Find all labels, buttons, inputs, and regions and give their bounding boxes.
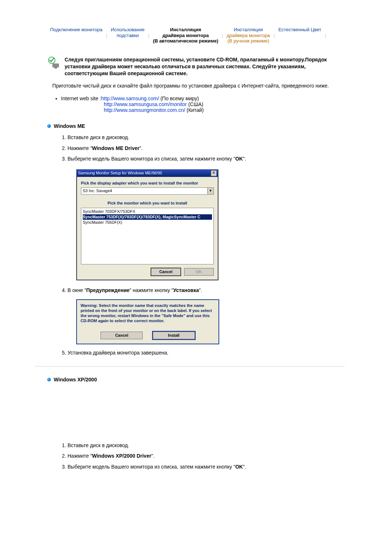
- dialog-titlebar: Samsung Monitor Setup for Windows ME/98/…: [77, 170, 218, 177]
- cancel-button[interactable]: Cancel: [101, 332, 143, 339]
- tab-man-l1: Инсталляция: [234, 27, 263, 32]
- links-block: Internet web site :http://www.samsung.co…: [54, 96, 345, 113]
- xp-step2-b: Windows XP/2000 Driver: [92, 453, 151, 459]
- me-step-3: Выберите модель Вашего монитора из списк…: [68, 155, 345, 280]
- me-step2-b: Windows ME Driver: [92, 145, 140, 151]
- list-item[interactable]: SyncMaster 703DFX/753DFX: [83, 209, 212, 214]
- section-me-title: Windows ME: [54, 123, 85, 129]
- link-usa-suffix: (США): [187, 101, 204, 107]
- tab-auto-l3: (В автоматическом режиме): [153, 38, 218, 44]
- tab-stand-line2: подставки: [117, 33, 139, 38]
- me-step4-e: ".: [199, 287, 202, 293]
- tab-install-auto[interactable]: Инсталляция драйвера монитора (В автомат…: [150, 25, 221, 46]
- me-step4-b: Предупреждение: [86, 287, 130, 293]
- link-china[interactable]: http://www.samsungmonitor.com.cn/: [104, 107, 185, 113]
- link-china-suffix: (Китай): [185, 107, 204, 113]
- me-step4-d: Установка: [173, 287, 199, 293]
- close-icon[interactable]: ×: [211, 170, 217, 176]
- tab-connect[interactable]: Подключение монитора: [47, 25, 105, 46]
- top-tabs: Подключение монитора | Использование под…: [47, 25, 345, 46]
- links-label: Internet web site :: [61, 96, 101, 101]
- me-step-1: Вставьте диск в дисковод.: [68, 134, 345, 141]
- xp-step3-a: Выберите модель Вашего монитора из списк…: [68, 464, 235, 470]
- section-divider: [35, 366, 345, 366]
- me-step-4: В окне "Предупреждение" нажмите кнопку "…: [68, 287, 345, 344]
- me-step-2: Нажмите "Windows ME Driver".: [68, 145, 345, 152]
- section-windows-xp: Windows XP/2000: [47, 377, 345, 382]
- link-world[interactable]: http://www.samsung.com/: [101, 96, 159, 101]
- list-item[interactable]: SyncMaster 755DF(X): [83, 220, 212, 225]
- me-step4-a: В окне ": [68, 287, 86, 293]
- xp-step2-a: Нажмите ": [68, 453, 92, 459]
- warning-text: Warning: Select the monitor name that ex…: [81, 303, 215, 324]
- adapter-combo[interactable]: S3 Inc. Savage4 ▼: [81, 187, 214, 195]
- tab-install-manual[interactable]: Инсталляция драйвера монитора (В ручном …: [224, 25, 273, 46]
- intro-row: Следуя приглашениям операционной системы…: [47, 56, 345, 77]
- me-steps: Вставьте диск в дисковод. Нажмите "Windo…: [68, 134, 345, 357]
- intro-paragraph: Приготовьте чистый диск и скачайте файл …: [52, 82, 345, 90]
- tab-auto-l1: Инсталляция: [170, 27, 201, 32]
- monitor-listbox[interactable]: SyncMaster 703DFX/753DFX SyncMaster 753D…: [81, 208, 214, 264]
- me-setup-dialog: Samsung Monitor Setup for Windows ME/98/…: [76, 169, 219, 280]
- me-step3-c: ".: [243, 156, 246, 162]
- ok-button[interactable]: OK: [184, 268, 214, 276]
- tab-man-l2: драйвера монитора: [226, 33, 270, 38]
- me-step3-a: Выберите модель Вашего монитора из списк…: [68, 156, 235, 162]
- me-step2-a: Нажмите ": [68, 145, 92, 151]
- tab-sep: |: [324, 33, 327, 38]
- xp-step3-b: OK: [235, 464, 243, 470]
- xp-steps: Вставьте диск в дисковод. Нажмите "Windo…: [68, 442, 345, 471]
- chevron-down-icon[interactable]: ▼: [207, 188, 213, 194]
- tab-man-l3: (В ручном режиме): [228, 38, 269, 44]
- bullet-icon: [47, 124, 51, 128]
- section-xp-title: Windows XP/2000: [54, 377, 97, 382]
- svg-rect-2: [54, 67, 57, 68]
- tab-auto-l2: драйвера монитора: [162, 33, 209, 38]
- link-world-suffix: (По всему миру): [159, 96, 199, 101]
- monitor-label: Pick the monitor which you want to insta…: [81, 200, 214, 206]
- svg-rect-1: [52, 64, 59, 68]
- tab-stand[interactable]: Использование подставки: [108, 25, 147, 46]
- dialog-title: Samsung Monitor Setup for Windows ME/98/…: [78, 170, 162, 176]
- tab-sep: |: [105, 33, 108, 38]
- list-item-selected[interactable]: SyncMaster 753DF(X)/783DF(X)/783DF(X), M…: [83, 214, 212, 220]
- section-windows-me: Windows ME: [47, 123, 345, 129]
- check-monitor-icon: [47, 56, 60, 69]
- warning-dialog: Warning: Select the monitor name that ex…: [76, 299, 219, 345]
- xp-step-1: Вставьте диск в дисковод.: [68, 442, 345, 449]
- adapter-combo-value: S3 Inc. Savage4: [81, 188, 207, 194]
- xp-step-2: Нажмите "Windows XP/2000 Driver".: [68, 453, 345, 460]
- cancel-button[interactable]: Cancel: [151, 268, 181, 276]
- me-step2-c: ".: [139, 145, 143, 151]
- link-usa[interactable]: http://www.samsungusa.com/monitor: [104, 101, 187, 107]
- intro-bold: Следуя приглашениям операционной системы…: [65, 56, 345, 77]
- bullet-icon: [47, 378, 51, 381]
- me-step3-b: OK: [235, 156, 243, 162]
- tab-sep: |: [147, 33, 150, 38]
- xp-step2-c: ".: [151, 453, 155, 459]
- me-step-5: Установка драйвера монитора завершена.: [68, 349, 345, 357]
- tab-stand-line1: Использование: [111, 27, 144, 32]
- tab-sep: |: [273, 33, 275, 38]
- me-step4-c: " нажмите кнопку ": [130, 287, 173, 293]
- install-button[interactable]: Install: [153, 332, 195, 339]
- tab-natural-color[interactable]: Естественный Цвет: [275, 25, 324, 46]
- xp-step-3: Выберите модель Вашего монитора из списк…: [68, 463, 345, 471]
- xp-step3-c: ".: [243, 464, 246, 470]
- tab-sep: |: [221, 33, 224, 38]
- adapter-label: Pick the display adapter which you want …: [81, 181, 214, 186]
